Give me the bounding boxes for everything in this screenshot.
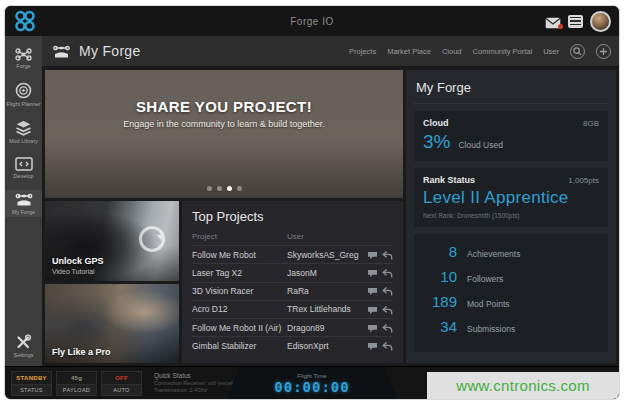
flight-time-display: Flight Time 00:00:00	[227, 367, 397, 400]
project-name[interactable]: Gimbal Stabilizer	[192, 337, 287, 355]
menu-list-icon[interactable]	[568, 15, 583, 28]
cloud-card[interactable]: Cloud 8GB 3% Cloud Used	[414, 111, 608, 161]
project-name[interactable]: Laser Tag X2	[192, 264, 287, 282]
layers-icon	[15, 120, 32, 136]
rank-next: Next Rank: Dronesmith (1500pts)	[423, 212, 599, 219]
carousel-dot-1[interactable]	[207, 186, 212, 191]
quick-status-title: Quick Status	[154, 372, 243, 379]
stat-achievements[interactable]: 8 Achievements	[423, 243, 599, 260]
status-value: STANDBY	[12, 372, 51, 384]
notification-dot	[558, 24, 563, 29]
carousel-dot-2[interactable]	[217, 186, 222, 191]
project-user[interactable]: JasonM	[287, 264, 363, 282]
comment-icon[interactable]	[367, 324, 378, 333]
sidebar-item-label: Settings	[14, 352, 34, 358]
reply-icon[interactable]	[382, 306, 393, 315]
project-user[interactable]: TRex Littlehands	[287, 300, 363, 318]
tile-unlock-gps[interactable]: Unlock GPS Video Tutorial	[45, 201, 179, 281]
stat-value: 8	[423, 243, 457, 260]
carousel-dot-4[interactable]	[237, 186, 242, 191]
project-user[interactable]: Dragon89	[287, 319, 363, 337]
stats-card: 8 Achievements 10 Followers 189 Mod Poin…	[414, 234, 608, 352]
reply-icon[interactable]	[382, 251, 393, 260]
drone-icon	[15, 48, 32, 61]
hero-photo	[45, 70, 403, 198]
rank-status-card[interactable]: Rank Status 1,005pts Level II Apprentice…	[414, 168, 608, 227]
nav-link-community-portal[interactable]: Community Portal	[473, 47, 533, 56]
cloud-used-label: Cloud Used	[458, 140, 502, 150]
stat-label: Achievements	[467, 249, 520, 259]
tile-title: Unlock GPS	[52, 256, 104, 266]
app-title: Forge IO	[5, 16, 619, 27]
stat-value: 34	[423, 318, 457, 335]
project-name[interactable]: 3D Vision Racer	[192, 282, 287, 300]
sidebar-item-label: Forge	[16, 63, 30, 69]
tile-subtitle: Video Tutorial	[52, 268, 104, 275]
sidebar-item-label: Develop	[13, 173, 33, 179]
search-button[interactable]	[570, 44, 585, 59]
plus-icon	[599, 47, 608, 56]
stat-value: 10	[423, 268, 457, 285]
page-title: My Forge	[79, 43, 141, 59]
comment-icon[interactable]	[367, 269, 378, 278]
nav-link-user[interactable]: User	[543, 47, 559, 56]
stat-label: Followers	[467, 274, 503, 284]
rank-label: Rank Status	[423, 175, 475, 185]
auto-indicator: OFF AUTO	[101, 371, 142, 396]
project-name[interactable]: Acro D12	[192, 300, 287, 318]
add-button[interactable]	[596, 44, 611, 59]
rank-level: Level II Apprentice	[423, 188, 599, 208]
project-row[interactable]: Acro D12TRex Littlehands	[192, 300, 393, 318]
nav-link-projects[interactable]: Projects	[349, 47, 376, 56]
sidebar-item-forge[interactable]: Forge	[5, 46, 42, 71]
hand-drone-icon	[52, 44, 71, 59]
stat-followers[interactable]: 10 Followers	[423, 268, 599, 285]
project-row[interactable]: Follow Me RobotSkyworksAS_Greg	[192, 246, 393, 264]
reply-icon[interactable]	[382, 342, 393, 351]
payload-indicator: 45g PAYLOAD	[56, 371, 97, 396]
comment-icon[interactable]	[367, 306, 378, 315]
quick-status-line: Connection Receiver: wifi (excellent)	[154, 380, 243, 387]
sidebar-item-mod-library[interactable]: Mod Library	[5, 118, 42, 146]
reply-icon[interactable]	[382, 324, 393, 333]
secondary-nav: My Forge Projects Market Place Cloud Com…	[42, 36, 619, 67]
cloud-capacity: 8GB	[583, 119, 599, 128]
comment-icon[interactable]	[367, 287, 378, 296]
project-name[interactable]: Follow Me Robot	[192, 246, 287, 264]
nav-link-market-place[interactable]: Market Place	[387, 47, 431, 56]
sidebar-item-settings[interactable]: Settings	[5, 332, 42, 360]
project-user[interactable]: RaRa	[287, 282, 363, 300]
sidebar-item-flight-planner[interactable]: Flight Planner	[5, 80, 42, 109]
project-row[interactable]: Gimbal StabilizerEdisonXprt	[192, 337, 393, 355]
tools-icon	[15, 334, 32, 350]
project-name[interactable]: Follow Me Robot II (Air)	[192, 319, 287, 337]
tile-fly-like-a-pro[interactable]: Fly Like a Pro	[45, 284, 179, 364]
hero-carousel[interactable]: SHARE YOU PROJECT! Engage in the communi…	[45, 70, 403, 198]
project-user[interactable]: EdisonXprt	[287, 337, 363, 355]
project-row[interactable]: Laser Tag X2JasonM	[192, 264, 393, 282]
project-row[interactable]: 3D Vision RacerRaRa	[192, 282, 393, 300]
project-user[interactable]: SkyworksAS_Greg	[287, 246, 363, 264]
code-window-icon	[15, 157, 33, 171]
project-row[interactable]: Follow Me Robot II (Air)Dragon89	[192, 319, 393, 337]
watermark: www.cntronics.com	[427, 372, 619, 399]
carousel-dot-3[interactable]	[227, 186, 232, 191]
my-forge-panel: My Forge Cloud 8GB 3% Cloud Used	[406, 70, 616, 363]
stat-submissions[interactable]: 34 Submissions	[423, 318, 599, 335]
hero-title: SHARE YOU PROJECT!	[45, 98, 403, 115]
user-avatar[interactable]	[590, 11, 611, 32]
tiles-column: Unlock GPS Video Tutorial Fly Like a Pro	[45, 201, 179, 363]
comment-icon[interactable]	[367, 342, 378, 351]
nav-link-cloud[interactable]: Cloud	[442, 47, 462, 56]
comment-icon[interactable]	[367, 251, 378, 260]
reply-icon[interactable]	[382, 269, 393, 278]
sidebar-item-develop[interactable]: Develop	[5, 155, 42, 181]
reply-icon[interactable]	[382, 287, 393, 296]
messages-icon[interactable]	[545, 15, 561, 27]
sidebar-item-label: Mod Library	[9, 138, 38, 144]
stat-mod-points[interactable]: 189 Mod Points	[423, 293, 599, 310]
top-projects-title: Top Projects	[192, 209, 393, 224]
stat-value: 189	[423, 293, 457, 310]
search-icon	[573, 47, 582, 56]
sidebar-item-my-forge[interactable]: My Forge	[5, 190, 42, 217]
